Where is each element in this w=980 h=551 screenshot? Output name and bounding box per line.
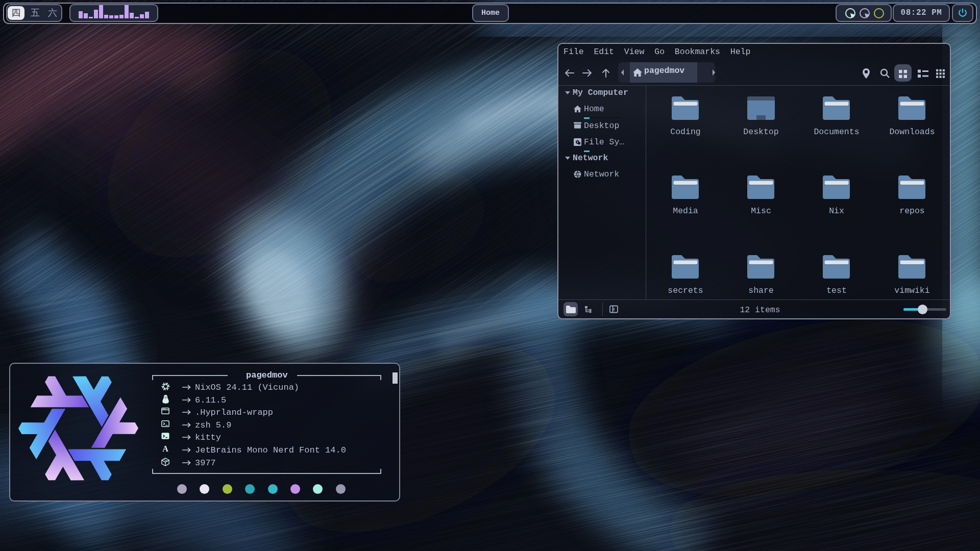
svg-text:A: A xyxy=(162,445,168,453)
